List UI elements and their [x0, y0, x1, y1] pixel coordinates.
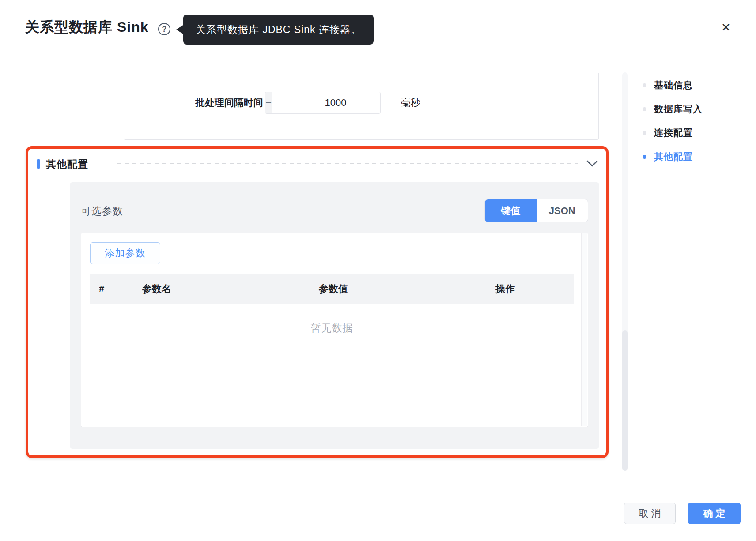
- help-icon[interactable]: ?: [158, 23, 170, 35]
- toggle-keyvalue[interactable]: 键值: [485, 199, 537, 222]
- nav-item-other-config[interactable]: 其他配置: [643, 145, 703, 169]
- nav-item-db-write[interactable]: 数据库写入: [643, 97, 703, 121]
- batch-interval-unit: 毫秒: [401, 92, 420, 114]
- batch-interval-stepper: − +: [265, 92, 381, 114]
- col-index: #: [99, 283, 142, 295]
- empty-state-text: 暂无数据: [90, 321, 574, 335]
- col-param-value: 参数值: [319, 282, 495, 296]
- batch-interval-row: 批处理间隔时间 − + 毫秒: [124, 92, 598, 114]
- stepper-decrease-button[interactable]: −: [265, 92, 272, 113]
- section-title: 其他配置: [46, 158, 88, 171]
- chevron-down-icon[interactable]: [586, 158, 599, 169]
- nav-item-connection-config[interactable]: 连接配置: [643, 121, 703, 145]
- cancel-button[interactable]: 取 消: [624, 503, 676, 524]
- batch-interval-label: 批处理间隔时间: [195, 92, 263, 114]
- close-icon[interactable]: ✕: [718, 19, 734, 35]
- confirm-button[interactable]: 确 定: [688, 503, 741, 524]
- optional-params-label: 可选参数: [81, 204, 123, 218]
- col-param-name: 参数名: [142, 282, 319, 296]
- nav-dot-icon: [643, 83, 646, 87]
- section-accent-bar: [37, 159, 40, 169]
- nav-dot-icon: [643, 155, 646, 159]
- params-card: 添加参数 # 参数名 参数值 操作 暂无数据: [81, 233, 588, 427]
- nav-dot-icon: [643, 107, 646, 111]
- table-divider: [90, 357, 579, 357]
- toggle-json[interactable]: JSON: [537, 199, 588, 222]
- connector-config-dialog: 关系型数据库 Sink ? 关系型数据库 JDBC Sink 连接器。 ✕ 批处…: [0, 0, 756, 541]
- nav-item-basic-info[interactable]: 基础信息: [643, 73, 703, 97]
- card-scrollbar-track[interactable]: [581, 233, 587, 426]
- tooltip-text: 关系型数据库 JDBC Sink 连接器。: [196, 23, 361, 37]
- anchor-nav: 基础信息 数据库写入 连接配置 其他配置: [643, 73, 703, 169]
- col-actions: 操作: [495, 282, 574, 296]
- dialog-scrollbar-thumb[interactable]: [622, 330, 628, 471]
- params-table-header: # 参数名 参数值 操作: [90, 274, 574, 304]
- connection-config-panel: 批处理间隔时间 − + 毫秒: [124, 73, 599, 140]
- nav-dot-icon: [643, 131, 646, 135]
- tooltip: 关系型数据库 JDBC Sink 连接器。: [183, 15, 374, 45]
- dialog-title: 关系型数据库 Sink: [25, 18, 148, 37]
- help-icon-glyph: ?: [162, 25, 167, 34]
- add-param-button[interactable]: 添加参数: [90, 242, 160, 264]
- batch-interval-input[interactable]: [272, 92, 381, 113]
- section-dashed-divider: [117, 163, 578, 164]
- tooltip-arrow-icon: [176, 25, 184, 34]
- param-mode-toggle: 键值 JSON: [484, 199, 588, 222]
- dialog-scrollbar-track[interactable]: [622, 72, 628, 471]
